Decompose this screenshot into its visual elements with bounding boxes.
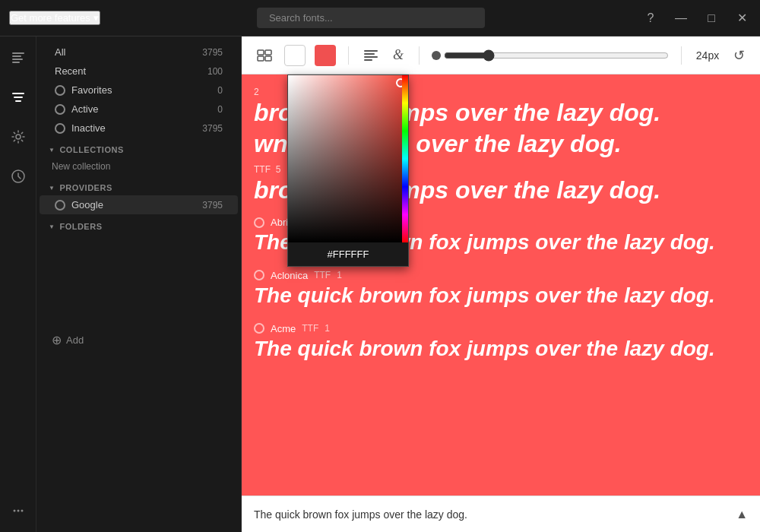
color-gradient-area[interactable] bbox=[288, 75, 408, 242]
google-radio bbox=[55, 200, 65, 211]
svg-point-7 bbox=[17, 510, 19, 512]
bg-color-swatch[interactable] bbox=[284, 45, 306, 66]
preview-text: The quick brown fox jumps over the lazy … bbox=[254, 508, 736, 521]
active-label: Active bbox=[71, 103, 98, 115]
favorites-radio bbox=[55, 85, 65, 96]
help-button[interactable]: ? bbox=[641, 9, 660, 27]
view-toggle-button[interactable] bbox=[254, 46, 275, 65]
title-bar-right: ? — □ ✕ bbox=[641, 9, 751, 27]
new-collection-button[interactable]: New collection bbox=[36, 157, 241, 176]
font-meta-1: Aclonica TTF 1 bbox=[254, 270, 748, 281]
svg-rect-9 bbox=[258, 50, 264, 55]
svg-rect-16 bbox=[364, 59, 372, 61]
providers-label: PROVIDERS bbox=[59, 183, 112, 192]
hex-input[interactable] bbox=[296, 249, 401, 260]
svg-rect-13 bbox=[364, 50, 378, 52]
recent-count: 100 bbox=[207, 66, 223, 77]
font-name-2: Acme bbox=[271, 323, 296, 334]
font-type-1: TTF bbox=[314, 270, 331, 280]
svg-point-4 bbox=[16, 135, 21, 139]
font-count-1: 1 bbox=[337, 270, 342, 280]
font-entry-2: Acme TTF 1 The quick brown fox jumps ove… bbox=[254, 323, 748, 361]
close-button[interactable]: ✕ bbox=[733, 9, 751, 27]
font-radio-0[interactable] bbox=[254, 217, 264, 228]
separator-3 bbox=[681, 46, 682, 65]
icon-rail bbox=[0, 36, 36, 532]
providers-triangle: ▼ bbox=[49, 185, 55, 192]
google-label: Google bbox=[71, 199, 103, 211]
favorites-label: Favorites bbox=[71, 84, 112, 96]
font-preview-2[interactable]: The quick brown fox jumps over the lazy … bbox=[254, 337, 748, 361]
collections-triangle: ▼ bbox=[49, 147, 55, 154]
sidebar-item-favorites[interactable]: Favorites 0 bbox=[40, 81, 238, 100]
sidebar-item-inactive[interactable]: Inactive 3795 bbox=[40, 119, 238, 138]
svg-rect-2 bbox=[12, 59, 23, 60]
new-collection-label: New collection bbox=[52, 161, 110, 172]
collections-header: ▼ COLLECTIONS bbox=[36, 138, 241, 157]
providers-header: ▼ PROVIDERS bbox=[36, 176, 241, 195]
svg-rect-15 bbox=[364, 56, 378, 58]
ligature-button[interactable]: & bbox=[390, 44, 407, 66]
get-more-features-button[interactable]: Get more features ▾ bbox=[9, 11, 100, 25]
svg-rect-12 bbox=[265, 56, 271, 61]
font-type-2: TTF bbox=[302, 323, 318, 334]
sidebar-item-recent[interactable]: Recent 100 bbox=[40, 62, 238, 81]
sidebar: All 3795 Recent 100 Favorites 0 Active 0 bbox=[36, 36, 242, 532]
recent-label: Recent bbox=[55, 65, 86, 77]
font-preview-1[interactable]: The quick brown fox jumps over the lazy … bbox=[254, 284, 748, 308]
text-color-swatch[interactable] bbox=[315, 45, 336, 66]
add-button[interactable]: ⊕ Add bbox=[36, 325, 241, 355]
font-entry-1: Aclonica TTF 1 The quick brown fox jumps… bbox=[254, 270, 748, 308]
font-radio-2[interactable] bbox=[254, 323, 264, 334]
more-options-icon[interactable] bbox=[6, 499, 30, 523]
color-hue-bar[interactable] bbox=[402, 75, 408, 242]
active-radio bbox=[55, 104, 65, 115]
bottom-bar: The quick brown fox jumps over the lazy … bbox=[242, 496, 760, 532]
fonts-icon[interactable] bbox=[6, 46, 30, 70]
google-count: 3795 bbox=[202, 200, 223, 211]
folders-header: ▼ FOLDERS bbox=[36, 214, 241, 234]
toolbar: & 24px ↺ bbox=[242, 36, 760, 74]
size-slider-container bbox=[432, 49, 669, 62]
folders-label: FOLDERS bbox=[59, 222, 102, 231]
svg-rect-1 bbox=[12, 55, 21, 57]
active-count: 0 bbox=[217, 104, 223, 115]
settings-icon[interactable] bbox=[6, 125, 30, 149]
svg-rect-11 bbox=[258, 56, 264, 61]
sidebar-item-active[interactable]: Active 0 bbox=[40, 100, 238, 119]
inactive-count: 3795 bbox=[202, 123, 223, 134]
color-picker-overlay[interactable] bbox=[287, 74, 409, 267]
title-bar-center bbox=[100, 8, 641, 28]
svg-rect-14 bbox=[364, 53, 375, 55]
slider-dot bbox=[432, 51, 441, 60]
svg-rect-3 bbox=[12, 62, 20, 63]
font-radio-1[interactable] bbox=[254, 270, 264, 280]
svg-rect-0 bbox=[12, 52, 24, 54]
svg-point-6 bbox=[13, 510, 15, 512]
font-count-2: 1 bbox=[325, 323, 330, 334]
reset-button[interactable]: ↺ bbox=[730, 44, 748, 67]
bottom-chevron-icon[interactable]: ▲ bbox=[736, 508, 748, 521]
title-bar: Get more features ▾ ? — □ ✕ bbox=[0, 0, 760, 36]
filter-icon[interactable] bbox=[6, 85, 30, 109]
collections-label: COLLECTIONS bbox=[59, 145, 123, 154]
add-circle-icon: ⊕ bbox=[52, 333, 62, 347]
font-name-1: Aclonica bbox=[271, 270, 308, 281]
font-size-slider[interactable] bbox=[444, 49, 669, 62]
sidebar-item-google[interactable]: Google 3795 bbox=[40, 195, 238, 214]
search-input[interactable] bbox=[257, 8, 485, 28]
add-label: Add bbox=[66, 334, 84, 346]
discover-icon[interactable] bbox=[6, 164, 30, 188]
chevron-icon: ▾ bbox=[93, 12, 99, 24]
separator-2 bbox=[419, 46, 420, 65]
all-label: All bbox=[55, 46, 65, 58]
font-meta-2: Acme TTF 1 bbox=[254, 323, 748, 334]
content-area: & 24px ↺ 2 brown fox jumps over the lazy… bbox=[242, 36, 760, 532]
sidebar-item-all[interactable]: All 3795 bbox=[40, 43, 238, 62]
favorites-count: 0 bbox=[217, 85, 223, 96]
maximize-button[interactable]: □ bbox=[702, 9, 720, 27]
folders-triangle: ▼ bbox=[49, 223, 55, 230]
separator-1 bbox=[348, 46, 349, 65]
align-button[interactable] bbox=[361, 47, 381, 64]
minimize-button[interactable]: — bbox=[672, 9, 690, 27]
